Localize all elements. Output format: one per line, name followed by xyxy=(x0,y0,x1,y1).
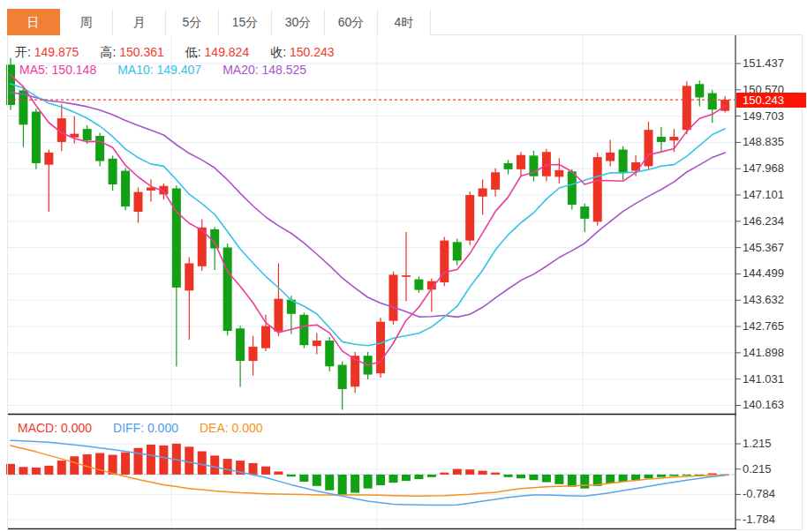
candle-body-down xyxy=(325,341,334,366)
macd-bar-positive xyxy=(109,455,117,475)
legend-item: MA5: 150.148 xyxy=(19,63,96,77)
tab-period-2[interactable]: 月 xyxy=(113,9,166,35)
macd-bar-negative xyxy=(504,475,513,477)
macd-bar-positive xyxy=(83,454,92,475)
candle-body-up xyxy=(185,263,193,290)
macd-bar-positive xyxy=(159,446,168,475)
candle-body-up xyxy=(631,162,640,171)
macd-bar-positive xyxy=(274,471,283,474)
candle-body-down xyxy=(504,163,513,169)
macd-bar-negative xyxy=(554,475,563,484)
candle-body-up xyxy=(44,153,53,165)
price-axis-tick-label: 141.898 xyxy=(743,347,804,359)
macd-bar-positive xyxy=(32,468,41,475)
macd-bar-negative xyxy=(669,475,678,476)
legend-item: MA20: 148.525 xyxy=(222,63,306,77)
candle-body-down xyxy=(695,84,704,97)
candle-body-up xyxy=(274,299,283,332)
ma-legend: MA5: 150.148MA10: 149.407MA20: 148.525 xyxy=(19,63,328,77)
macd-bar-positive xyxy=(223,459,232,475)
candle-body-up xyxy=(376,322,385,373)
macd-bar-positive xyxy=(465,469,474,475)
legend-item: DEA: 0.000 xyxy=(200,421,263,435)
legend-item: 开: 149.875 xyxy=(15,45,79,61)
macd-bar-negative xyxy=(402,475,411,481)
candle-body-down xyxy=(580,206,589,219)
macd-bar-positive xyxy=(70,456,79,475)
macd-axis-tick-label: 1.215 xyxy=(743,438,804,450)
dea-line xyxy=(11,446,725,496)
period-tabbar: 日周月5分15分30分60分4时 xyxy=(7,9,803,35)
macd-bar-positive xyxy=(198,451,207,474)
macd-axis-tick-label: -0.784 xyxy=(743,488,804,500)
candle-body-down xyxy=(236,328,245,361)
macd-bar-positive xyxy=(44,466,53,475)
macd-bar-negative xyxy=(619,475,628,482)
candle-body-up xyxy=(669,137,678,140)
macd-bar-negative xyxy=(313,475,321,486)
tab-period-5[interactable]: 30分 xyxy=(272,9,325,35)
tab-period-4[interactable]: 15分 xyxy=(219,9,272,35)
candle-body-down xyxy=(453,242,462,260)
tab-period-1[interactable]: 周 xyxy=(60,9,113,35)
macd-bar-negative xyxy=(645,475,653,478)
macd-bar-positive xyxy=(261,467,270,475)
macd-bar-negative xyxy=(568,475,577,487)
candle-body-down xyxy=(657,137,666,142)
tab-period-0[interactable]: 日 xyxy=(7,9,60,35)
macd-bar-negative xyxy=(287,475,296,476)
candle-body-down xyxy=(83,129,92,140)
legend-item: 低: 149.824 xyxy=(185,45,249,61)
candle-body-down xyxy=(32,112,41,163)
current-price-badge: 150.243 xyxy=(736,93,806,108)
legend-item: 收: 150.243 xyxy=(270,45,334,61)
candle-body-up xyxy=(554,170,563,177)
candle-body-up xyxy=(593,157,602,221)
tab-period-3[interactable]: 5分 xyxy=(166,9,219,35)
price-axis-tick-label: 148.835 xyxy=(743,136,804,148)
macd-bar-positive xyxy=(6,464,15,475)
macd-bar-negative xyxy=(325,475,334,491)
legend-item: MACD: 0.000 xyxy=(18,421,92,435)
candle-body-up xyxy=(465,195,474,241)
candle-body-down xyxy=(338,365,347,389)
candle-body-up xyxy=(645,130,653,166)
macd-bar-positive xyxy=(185,446,193,475)
price-axis-tick-label: 146.234 xyxy=(743,215,804,228)
macd-bar-negative xyxy=(580,475,589,489)
candle-body-up xyxy=(134,192,143,212)
price-axis-tick-label: 142.765 xyxy=(743,320,804,333)
macd-bar-negative xyxy=(427,475,436,477)
candle-body-down xyxy=(708,94,717,110)
macd-bar-negative xyxy=(376,475,385,485)
candle-body-down xyxy=(568,171,577,205)
tab-period-7[interactable]: 4时 xyxy=(378,9,431,35)
candle-body-down xyxy=(172,189,181,288)
price-axis-tick-label: 141.031 xyxy=(743,373,804,386)
price-axis-tick-label: 145.367 xyxy=(743,242,804,254)
candle-body-up xyxy=(389,274,398,320)
macd-bar-positive xyxy=(249,463,258,475)
legend-item: MA10: 149.407 xyxy=(117,63,201,77)
ma20-line xyxy=(11,93,725,318)
candle-body-down xyxy=(223,248,232,332)
candle-body-down xyxy=(109,159,117,184)
price-axis-tick-label: 143.632 xyxy=(743,294,804,306)
tab-period-6[interactable]: 60分 xyxy=(325,9,378,35)
candle-body-up xyxy=(479,189,487,197)
candle-body-up xyxy=(683,86,691,130)
price-axis-tick-label: 147.968 xyxy=(743,162,804,175)
macd-bar-positive xyxy=(134,448,143,475)
macd-bar-positive xyxy=(453,469,462,475)
price-chart-svg xyxy=(0,0,807,532)
macd-legend: MACD: 0.000DIFF: 0.000DEA: 0.000 xyxy=(18,421,284,435)
price-axis-tick-label: 149.703 xyxy=(743,110,804,123)
macd-bar-negative xyxy=(657,475,666,477)
macd-bar-negative xyxy=(517,475,525,478)
macd-bar-positive xyxy=(210,455,219,475)
candle-body-down xyxy=(414,280,423,290)
candle-body-up xyxy=(261,326,270,348)
macd-bar-negative xyxy=(529,475,538,480)
price-axis-tick-label: 140.163 xyxy=(743,399,804,411)
trading-chart-window: 日周月5分15分30分60分4时 开: 149.875高: 150.361低: … xyxy=(0,0,807,532)
